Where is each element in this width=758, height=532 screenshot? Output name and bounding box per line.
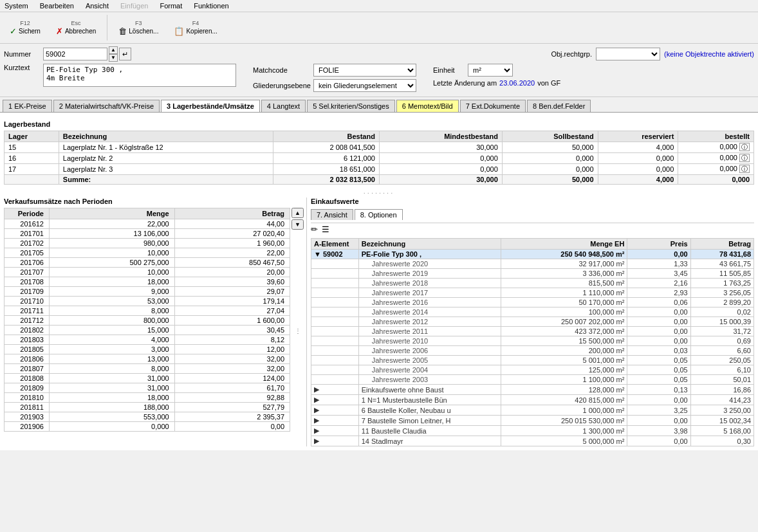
obj-rechtgrp-label: Obj.rechtgrp. xyxy=(551,50,592,58)
einkauf-title: Einkaufswerte xyxy=(311,197,754,205)
umsatz-scroll[interactable]: Periode Menge Betrag 201612 22,000 44,00… xyxy=(4,208,290,432)
keine-obj-text: (keine Objektrechte aktiviert) xyxy=(664,50,754,58)
expand-icon[interactable]: ▶ xyxy=(314,427,319,434)
drag-handle[interactable]: ⋮ xyxy=(295,327,301,335)
summe-row: Summe: 2 032 813,500 30,000 50,000 4,000… xyxy=(5,175,754,185)
einkauf-extra-row: ▶ 11 Baustelle Claudia 1 300,000 m² 3,98… xyxy=(311,426,754,436)
einkauf-col-aelement: A-Element xyxy=(311,239,359,250)
einkauf-col-menge: Menge EH xyxy=(501,239,627,250)
list-item: 201805 3,000 12,00 xyxy=(5,345,290,354)
tab-memotext[interactable]: 6 Memotext/Bild xyxy=(396,100,459,112)
list-item: 201710 53,000 179,14 xyxy=(5,297,290,306)
scroll-down-btn[interactable]: ▼ xyxy=(291,219,304,230)
gliederungsebene-select[interactable]: kein Gliederungselement xyxy=(313,79,416,92)
einheit-select[interactable]: m² xyxy=(468,64,513,77)
col-lager: Lager xyxy=(5,131,59,142)
einkauf-tab-optionen[interactable]: 8. Optionen xyxy=(355,209,403,220)
pencil-icon[interactable]: ✏ xyxy=(311,225,318,234)
menu-einfuegen[interactable]: Einfügen xyxy=(118,1,150,10)
einkauf-scroll[interactable]: A-Element Bezeichnung Menge EH Preis Bet… xyxy=(311,238,754,446)
einkauf-col-preis: Preis xyxy=(627,239,690,250)
bottom-split: Verkaufsumsätze nach Perioden Periode Me… xyxy=(4,197,754,446)
nummer-input[interactable] xyxy=(43,48,107,60)
collapse-icon[interactable]: ▼ xyxy=(314,250,321,258)
tab-langtext[interactable]: 4 Langtext xyxy=(261,100,306,112)
info-icon[interactable]: ⓘ xyxy=(739,143,750,151)
obj-rechtgrp-select[interactable] xyxy=(596,48,660,60)
umsatz-title: Verkaufsumsätze nach Perioden xyxy=(4,197,304,205)
nummer-input-group: ▲ ▼ ↵ xyxy=(43,46,131,62)
loschen-key: F3 xyxy=(135,20,142,26)
nummer-down-btn[interactable]: ▼ xyxy=(109,54,118,62)
expand-icon[interactable]: ▶ xyxy=(314,416,319,424)
tab-ek-preise[interactable]: 1 EK-Preise xyxy=(3,100,52,112)
expand-icon[interactable]: ▶ xyxy=(314,385,319,393)
form-area: Nummer ▲ ▼ ↵ Obj.rechtgrp. (keine Objekt… xyxy=(0,44,758,97)
toolbar: F12 ✓ Sichern Esc ✗ Abbrechen F3 🗑 Lösch… xyxy=(0,12,758,44)
menu-system[interactable]: System xyxy=(3,1,30,10)
list-item: 201808 31,000 124,00 xyxy=(5,374,290,383)
abbrechen-key: Esc xyxy=(71,20,81,26)
expand-icon[interactable]: ▶ xyxy=(314,437,319,445)
einkauf-extra-row: ▶ 7 Baustelle Simon Leitner, H 250 015 5… xyxy=(311,416,754,426)
list-item: 201707 10,000 20,00 xyxy=(5,268,290,277)
tab-sel-kriterien[interactable]: 5 Sel.kriterien/Sonstiges xyxy=(307,100,395,112)
list-icon[interactable]: ☰ xyxy=(322,225,329,234)
menu-bearbeiten[interactable]: Bearbeiten xyxy=(38,1,76,10)
menu-format[interactable]: Format xyxy=(158,1,184,10)
einkauf-year-row: Jahreswerte 2012 250 007 202,000 m² 0,00… xyxy=(311,317,754,327)
lagerbestand-table: Lager Bezeichnung Bestand Mindestbestand… xyxy=(4,131,754,185)
info-icon[interactable]: ⓘ xyxy=(739,154,750,162)
list-item: 201906 0,000 0,00 xyxy=(5,422,290,432)
sichern-button[interactable]: F12 ✓ Sichern xyxy=(4,18,46,38)
einkauf-year-row: Jahreswerte 2010 15 500,000 m² 0,00 0,69 xyxy=(311,336,754,346)
form-row-nummer: Nummer ▲ ▼ ↵ Obj.rechtgrp. (keine Objekt… xyxy=(4,46,754,62)
nummer-enter-btn[interactable]: ↵ xyxy=(119,48,131,60)
tab-ben-def-felder[interactable]: 8 Ben.def.Felder xyxy=(527,100,591,112)
umsatz-col-menge: Menge xyxy=(50,208,175,219)
tab-lagerbestaende[interactable]: 3 Lagerbestände/Umsätze xyxy=(161,100,260,112)
umsatz-table: Periode Menge Betrag 201612 22,000 44,00… xyxy=(4,208,290,432)
abbrechen-label: Abbrechen xyxy=(65,28,96,35)
lagerbestand-title: Lagerbestand xyxy=(4,120,754,128)
loschen-label: Löschen... xyxy=(129,28,158,35)
col-sollbestand: Sollbestand xyxy=(502,131,598,142)
list-item: 201711 8,000 27,04 xyxy=(5,306,290,316)
letzte-aenderung-label: Letzte Änderung am xyxy=(433,79,497,87)
abbrechen-button[interactable]: Esc ✗ Abbrechen xyxy=(50,18,102,38)
kurztext-input[interactable]: PE-Folie Typ 300 , 4m Breite xyxy=(43,64,236,87)
tab-ext-dokumente[interactable]: 7 Ext.Dokumente xyxy=(460,100,526,112)
menu-funktionen[interactable]: Funktionen xyxy=(192,1,230,10)
nummer-up-btn[interactable]: ▲ xyxy=(109,46,118,54)
tab-materialwirtschaft[interactable]: 2 Materialwirtschaft/VK-Preise xyxy=(53,100,160,112)
expand-icon[interactable]: ▶ xyxy=(314,406,319,414)
list-item: 201709 9,000 29,07 xyxy=(5,287,290,297)
einkauf-year-row: Jahreswerte 2018 815,500 m² 2,16 1 763,2… xyxy=(311,279,754,288)
einkauf-extra-row: ▶ 14 Stadlmayr 5 000,000 m² 0,00 0,30 xyxy=(311,436,754,446)
einkauf-extra-row: ▶ 1 N=1 Musterbaustelle Bün 420 815,000 … xyxy=(311,395,754,405)
matchcode-select[interactable]: FOLIE xyxy=(313,64,416,77)
nummer-label: Nummer xyxy=(4,50,39,58)
einkauf-year-row: Jahreswerte 2014 100,000 m² 0,00 0,02 xyxy=(311,307,754,317)
matchcode-label: Matchcode xyxy=(253,66,311,74)
einheit-label: Einheit xyxy=(433,66,465,74)
einkauf-year-row: Jahreswerte 2003 1 100,000 m² 0,05 50,01 xyxy=(311,375,754,385)
einkauf-icons-row: ✏ ☰ xyxy=(311,223,754,238)
letzte-aenderung-date[interactable]: 23.06.2020 xyxy=(499,79,535,87)
menu-ansicht[interactable]: Ansicht xyxy=(84,1,111,10)
list-item: 201803 4,000 8,12 xyxy=(5,335,290,345)
table-row: 17 Lagerplatz Nr. 3 18 651,000 0,000 0,0… xyxy=(5,164,754,175)
loschen-button[interactable]: F3 🗑 Löschen... xyxy=(113,18,164,38)
col-reserviert: reserviert xyxy=(598,131,678,142)
dotted-separator: ........ xyxy=(4,187,754,195)
list-item: 201705 10,000 22,00 xyxy=(5,248,290,258)
scroll-up-btn[interactable]: ▲ xyxy=(291,208,304,218)
einkauf-tab-ansicht[interactable]: 7. Ansicht xyxy=(311,209,353,220)
loschen-icon: 🗑 xyxy=(118,26,127,36)
kopieren-button[interactable]: F4 📋 Kopieren... xyxy=(168,18,223,38)
expand-icon[interactable]: ▶ xyxy=(314,396,319,403)
einkauf-col-bezeichnung: Bezeichnung xyxy=(358,239,501,250)
sichern-icon: ✓ xyxy=(10,26,17,36)
umsatz-col-periode: Periode xyxy=(5,208,50,219)
info-icon[interactable]: ⓘ xyxy=(739,165,750,173)
